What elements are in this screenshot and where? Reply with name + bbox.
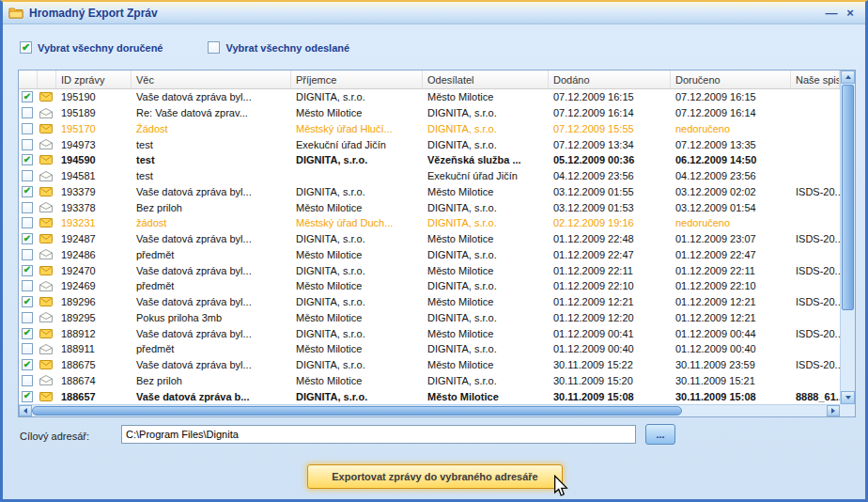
- table-row[interactable]: ✔ 193378 Bez priloh Město Milotice DIGNI…: [19, 199, 840, 215]
- row-checkbox[interactable]: ✔: [22, 123, 33, 134]
- close-button[interactable]: ×: [841, 5, 860, 21]
- row-checkbox[interactable]: ✔: [22, 202, 33, 213]
- table-row[interactable]: ✔ 193231 žádost Městský úřad Duch... DIG…: [19, 215, 840, 231]
- table-row[interactable]: ✔ 188675 Vaše datová zpráva byl... DIGNI…: [19, 357, 840, 373]
- cell-subject: předmět: [132, 278, 291, 294]
- table-row[interactable]: ✔ 194973 test Exekuční úřad Jičín DIGNIT…: [19, 136, 840, 152]
- scroll-right-button[interactable]: [827, 405, 840, 416]
- envelope-icon: [38, 152, 56, 168]
- envelope-icon: [38, 341, 56, 357]
- table-row[interactable]: ✔ 195190 Vaše datová zpráva byl... DIGNI…: [19, 89, 840, 105]
- cell-subject: Bez priloh: [132, 199, 291, 215]
- cell-file-ref: ISDS-20...: [791, 294, 840, 310]
- check-icon: ✔: [23, 234, 31, 243]
- cell-file-ref: [791, 168, 840, 184]
- row-checkbox[interactable]: ✔: [22, 265, 33, 276]
- table-row[interactable]: ✔ 192487 Vaše datová zpráva byl... DIGNI…: [19, 231, 840, 247]
- browse-button[interactable]: ...: [645, 424, 675, 445]
- cell-file-ref: ISDS-20...: [791, 262, 840, 278]
- table-row[interactable]: ✔ 195189 Re: Vaše datová zprav... Město …: [19, 105, 840, 121]
- row-checkbox[interactable]: ✔: [22, 280, 33, 291]
- row-checkbox[interactable]: ✔: [22, 154, 33, 165]
- table-row[interactable]: ✔ 188911 předmět Město Milotice DIGNITA,…: [19, 341, 840, 357]
- scroll-left-button[interactable]: [19, 405, 32, 416]
- table-row[interactable]: ✔ 193379 Vaše datová zpráva byl... DIGNI…: [19, 184, 840, 200]
- row-checkbox[interactable]: ✔: [22, 217, 33, 228]
- cell-message-id: 195190: [56, 89, 132, 105]
- cell-received: 01.12.2009 00:40: [671, 341, 791, 357]
- cell-file-ref: [791, 199, 840, 215]
- row-checkbox[interactable]: ✔: [22, 343, 33, 354]
- row-checkbox[interactable]: ✔: [22, 186, 33, 197]
- row-checkbox[interactable]: ✔: [22, 391, 33, 402]
- row-checkbox[interactable]: ✔: [22, 359, 33, 370]
- messages-table: ID zprávy Věc Příjemce Odesílatel Dodáno…: [18, 70, 856, 417]
- cell-recipient: DIGNITA, s.r.o.: [291, 294, 423, 310]
- column-header-delivered[interactable]: Dodáno: [549, 71, 671, 88]
- check-icon: ✔: [23, 186, 31, 196]
- row-checkbox[interactable]: ✔: [22, 107, 33, 118]
- row-checkbox[interactable]: ✔: [22, 249, 33, 260]
- cell-received: 07.12.2009 16:15: [671, 89, 791, 105]
- row-checkbox[interactable]: ✔: [22, 328, 33, 339]
- scroll-up-icon: [845, 75, 851, 79]
- table-row[interactable]: ✔ 194590 test DIGNITA, s.r.o. Vězeňská s…: [19, 152, 840, 168]
- filter-select-all-sent[interactable]: ✔ Vybrat všechny odeslané: [208, 41, 349, 54]
- table-row[interactable]: ✔ 189295 Pokus priloha 3mb Město Milotic…: [19, 310, 840, 326]
- folder-icon: [8, 7, 23, 19]
- sent-checkbox[interactable]: ✔: [208, 41, 220, 54]
- column-header-received[interactable]: Doručeno: [671, 71, 791, 88]
- scroll-down-button[interactable]: [841, 391, 855, 404]
- column-header-subject[interactable]: Věc: [132, 71, 291, 88]
- titlebar[interactable]: Hromadný Export Zpráv — ×: [3, 2, 865, 24]
- envelope-icon: [38, 136, 56, 152]
- envelope-icon: [38, 168, 56, 184]
- vertical-scrollbar[interactable]: [840, 71, 855, 404]
- vertical-scrollbar-thumb[interactable]: [842, 85, 854, 310]
- row-checkbox[interactable]: ✔: [22, 139, 33, 150]
- envelope-closed-icon: [39, 266, 53, 275]
- close-icon: ×: [846, 6, 854, 20]
- table-row[interactable]: ✔ 195170 Žádost Městský úřad Hlučí... DI…: [19, 121, 840, 137]
- column-header-file-ref[interactable]: Naše spiso: [791, 71, 840, 88]
- row-checkbox[interactable]: ✔: [22, 170, 33, 181]
- table-row[interactable]: ✔ 192470 Vaše datová zpráva byl... DIGNI…: [19, 262, 840, 278]
- row-checkbox[interactable]: ✔: [22, 233, 33, 244]
- received-checkbox[interactable]: ✔: [20, 41, 32, 54]
- table-body[interactable]: ✔ 195190 Vaše datová zpráva byl... DIGNI…: [19, 89, 840, 404]
- table-row[interactable]: ✔ 188657 Vaše datová zpráva b... DIGNITA…: [19, 388, 840, 404]
- cell-subject: Vaše datová zpráva byl...: [132, 294, 291, 310]
- minimize-button[interactable]: —: [822, 5, 841, 21]
- table-row[interactable]: ✔ 194581 test Exekuční úřad Jičín 04.12.…: [19, 168, 840, 184]
- row-checkbox[interactable]: ✔: [22, 296, 33, 307]
- scroll-up-button[interactable]: [841, 71, 855, 84]
- export-button[interactable]: Exportovat zprávy do vybraného adresáře: [307, 464, 563, 489]
- column-header-id[interactable]: ID zprávy: [56, 71, 132, 88]
- cell-received: 03.12.2009 02:02: [671, 184, 791, 200]
- cell-sender: Město Milotice: [423, 294, 549, 310]
- table-row[interactable]: ✔ 188674 Bez priloh Město Milotice DIGNI…: [19, 373, 840, 389]
- cell-sender: Město Milotice: [423, 231, 549, 247]
- envelope-closed-icon: [39, 297, 53, 306]
- column-header-recipient[interactable]: Příjemce: [291, 71, 423, 88]
- filter-select-all-received[interactable]: ✔ Vybrat všechny doručené: [20, 41, 163, 54]
- row-checkbox[interactable]: ✔: [22, 312, 33, 323]
- cell-received: nedoručeno: [671, 215, 791, 231]
- horizontal-scrollbar[interactable]: [19, 404, 840, 416]
- table-row[interactable]: ✔ 189296 Vaše datová zpráva byl... DIGNI…: [19, 294, 840, 310]
- target-dir-input[interactable]: [121, 425, 636, 444]
- horizontal-scrollbar-thumb[interactable]: [32, 406, 682, 416]
- column-header-select[interactable]: [19, 71, 38, 88]
- check-icon: ✔: [23, 391, 31, 400]
- table-row[interactable]: ✔ 192486 předmět Město Milotice DIGNITA,…: [19, 247, 840, 263]
- table-row[interactable]: ✔ 188912 Vaše datová zpráva byl... DIGNI…: [19, 325, 840, 341]
- column-header-icon[interactable]: [38, 71, 56, 88]
- envelope-icon: [38, 184, 56, 200]
- window-title: Hromadný Export Zpráv: [29, 7, 822, 20]
- cell-recipient: DIGNITA, s.r.o.: [291, 89, 423, 105]
- row-checkbox[interactable]: ✔: [22, 91, 33, 102]
- table-row[interactable]: ✔ 192469 předmět Město Milotice DIGNITA,…: [19, 278, 840, 294]
- row-checkbox[interactable]: ✔: [22, 375, 33, 386]
- cell-file-ref: 8888_61...: [791, 388, 840, 404]
- column-header-sender[interactable]: Odesílatel: [423, 71, 549, 88]
